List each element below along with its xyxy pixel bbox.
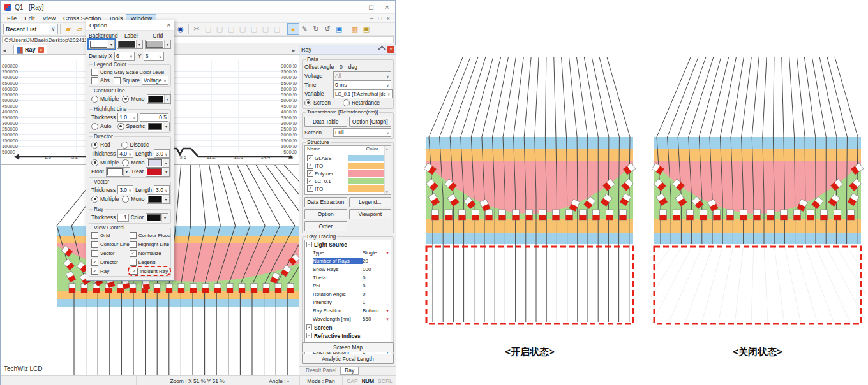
section-header-light-source[interactable]: −Light Source <box>305 240 391 249</box>
new-folder-icon[interactable]: ▰ <box>63 24 74 34</box>
property-value[interactable]: 20 <box>363 258 391 264</box>
scroll-down-icon[interactable]: ∨ <box>385 189 388 194</box>
dialog-close-icon[interactable]: × <box>167 22 170 29</box>
label-color-picker[interactable]: ▾ <box>117 40 143 49</box>
bulb-icon[interactable]: ● <box>288 24 299 34</box>
layer-checkbox[interactable]: ✓ <box>307 178 313 184</box>
view-grid[interactable]: Grid <box>91 231 130 239</box>
legend-button[interactable]: Legend... <box>349 197 392 207</box>
maximize-button[interactable]: □ <box>363 1 379 13</box>
director-multiple-radio[interactable] <box>91 159 98 166</box>
dropdown-arrow-icon[interactable]: ▾ <box>384 251 391 256</box>
globe-icon[interactable]: ◉ <box>176 24 186 34</box>
zoom-region-icon[interactable]: ▣ <box>334 24 345 34</box>
cube-icon[interactable]: ▢ <box>249 24 260 34</box>
vector-multiple-radio[interactable] <box>91 196 98 203</box>
checkbox[interactable] <box>91 250 98 257</box>
layer-checkbox[interactable]: ✓ <box>307 163 313 169</box>
order-button[interactable]: Order <box>304 221 347 231</box>
screen-icon[interactable]: ▣ <box>361 24 372 34</box>
property-value[interactable]: Single <box>363 250 384 256</box>
view-vector[interactable]: Vector <box>91 249 130 257</box>
tab-nav-left-icon[interactable]: ◂ <box>1 47 8 54</box>
property-value[interactable]: 0 <box>363 283 391 289</box>
section-header-refractive-indices[interactable]: −Refractive Indices <box>305 331 391 340</box>
structure-list[interactable]: Name Color ✓GLASS✓ITO✓Polymer✓LC_0.1✓ITO… <box>304 145 391 195</box>
cube-icon[interactable]: ▢ <box>226 24 237 34</box>
section-header-screen[interactable]: +Screen <box>305 323 391 331</box>
layer-checkbox[interactable]: ✓ <box>307 155 313 161</box>
layer-checkbox[interactable]: ✓ <box>307 170 313 177</box>
dropdown-arrow-icon[interactable]: ▾ <box>384 317 391 322</box>
checkbox[interactable] <box>130 259 137 266</box>
option-graph-button[interactable]: Option [Graph] <box>349 117 392 127</box>
cube-icon[interactable]: ▢ <box>214 24 225 34</box>
property-row[interactable]: Theta0 <box>305 273 391 282</box>
checkbox[interactable] <box>91 241 98 248</box>
checkbox[interactable]: ✓ <box>131 268 138 275</box>
property-value[interactable]: 0 <box>363 275 391 280</box>
highlight-width-input[interactable]: 0.5 <box>140 113 168 122</box>
tab-result-panel[interactable]: Result Panel <box>302 367 340 374</box>
time-select[interactable]: 0 ms ∨ <box>333 80 391 89</box>
vector-length-select[interactable]: 3.0∨ <box>154 185 170 194</box>
highlight-thickness-select[interactable]: 1.0∨ <box>117 113 138 122</box>
ray-color-picker[interactable]: ▾ <box>146 213 168 222</box>
mdi-minimize-button[interactable]: – <box>368 15 376 22</box>
analytic-focal-length-button[interactable]: Analytic Focal Length <box>302 354 394 364</box>
variable-select[interactable]: LC_0.1 [T:Azimuthal [de ∨ <box>333 89 393 98</box>
tab-close-icon[interactable]: × <box>38 47 44 53</box>
expand-icon[interactable]: + <box>306 324 312 330</box>
property-row[interactable]: TypeSingle▾ <box>305 249 391 257</box>
cube-icon[interactable]: ▢ <box>237 24 248 34</box>
background-color-picker[interactable]: ▾ <box>89 40 115 49</box>
property-value[interactable]: Bottom <box>363 308 384 314</box>
option-button[interactable]: Option <box>304 209 347 219</box>
vector-thickness-select[interactable]: 3.0∨ <box>117 185 133 194</box>
abs-checkbox[interactable] <box>91 77 98 84</box>
view-incident-ray[interactable]: ✓Incident Ray <box>128 266 171 276</box>
grayscale-checkbox[interactable] <box>91 69 98 76</box>
mdi-close-button[interactable]: × <box>384 15 393 22</box>
structure-row[interactable]: ✓ITO <box>305 162 391 170</box>
mdi-restore-button[interactable]: □ <box>376 15 384 22</box>
structure-row[interactable]: ✓ITO <box>305 185 391 192</box>
contour-color-picker[interactable]: ▾ <box>147 94 171 104</box>
density-x-select[interactable]: 6∨ <box>114 52 135 61</box>
legend-mode-select[interactable]: Voltage∨ <box>142 76 168 85</box>
screen-map-button[interactable]: Screen Map <box>302 342 394 352</box>
director-front-color-picker[interactable]: ▾ <box>106 167 130 177</box>
property-row[interactable]: Intensity1 <box>305 298 391 307</box>
menu-edit[interactable]: Edit <box>20 15 38 22</box>
property-value[interactable]: 1 <box>363 300 391 305</box>
vector-mono-radio[interactable] <box>122 196 129 203</box>
dialog-title-bar[interactable]: Option × <box>86 20 174 31</box>
layer-checkbox[interactable]: ✓ <box>307 185 313 192</box>
structure-row[interactable]: ✓GLASS <box>305 154 391 162</box>
close-button[interactable]: × <box>379 1 395 13</box>
orbit-icon[interactable]: ↺ <box>322 24 333 34</box>
view-contour-flood[interactable]: Contour Flood <box>130 231 171 239</box>
property-row[interactable]: Number of Rays20 <box>305 257 391 265</box>
square-checkbox[interactable] <box>114 77 121 84</box>
highlight-specific-radio[interactable] <box>117 123 124 130</box>
rotate-icon[interactable]: ↻ <box>311 24 322 34</box>
highlight-color-picker[interactable]: ▾ <box>147 122 170 131</box>
checkbox[interactable] <box>130 241 137 248</box>
director-rear-color-picker[interactable]: ▾ <box>146 167 170 177</box>
property-row[interactable]: Ray PositionBottom▾ <box>305 307 391 315</box>
highlight-auto-radio[interactable] <box>91 123 98 130</box>
property-row[interactable]: Rotation Angle0 <box>305 290 391 298</box>
dropdown-arrow-icon[interactable]: ▾ <box>384 309 391 314</box>
cube-icon[interactable]: ▢ <box>203 24 214 34</box>
screen-select[interactable]: Full ∨ <box>333 128 391 137</box>
grid-icon[interactable]: ▦ <box>350 24 361 34</box>
property-value[interactable]: 550 <box>363 316 384 322</box>
open-folder-icon[interactable]: ▱ <box>75 24 86 34</box>
director-thickness-select[interactable]: 4.0∨ <box>117 149 133 158</box>
retardance-radio[interactable] <box>343 99 350 106</box>
density-y-select[interactable]: 6∨ <box>144 52 164 61</box>
vector-color-picker[interactable]: ▾ <box>147 194 170 204</box>
director-rod-radio[interactable] <box>91 142 98 149</box>
collapse-icon[interactable]: − <box>306 333 312 338</box>
